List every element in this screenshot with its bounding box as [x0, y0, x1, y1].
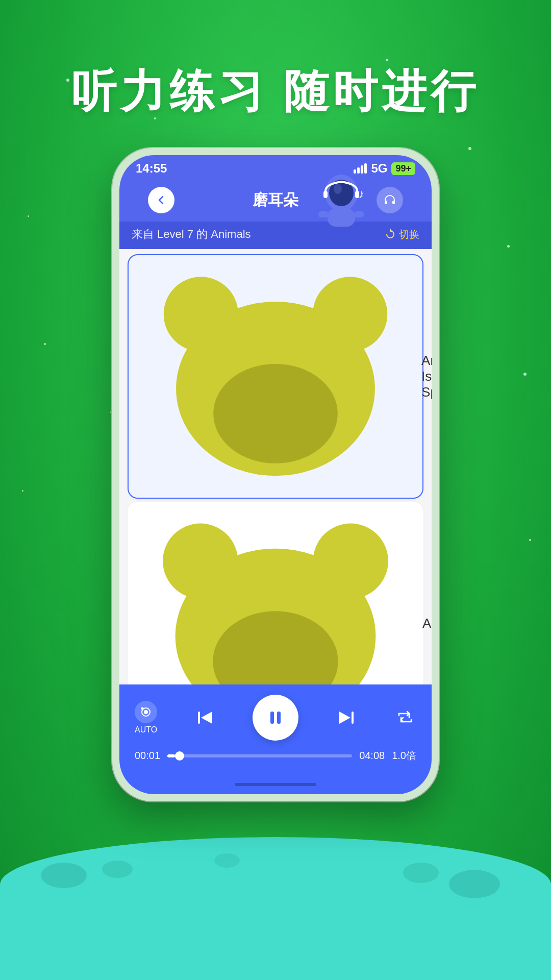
player-controls: AUTO: [135, 695, 416, 741]
prev-button[interactable]: [191, 704, 219, 731]
next-button[interactable]: [333, 704, 360, 731]
svg-rect-50: [277, 712, 281, 724]
svg-point-46: [141, 707, 144, 710]
back-button[interactable]: [148, 187, 174, 213]
planet-decoration: [0, 817, 551, 980]
svg-rect-9: [355, 191, 359, 198]
auto-label: AUTO: [135, 725, 157, 734]
battery-badge: 99+: [391, 162, 415, 175]
astronaut-decoration: [313, 166, 374, 238]
svg-rect-7: [354, 211, 364, 217]
svg-marker-52: [339, 712, 350, 724]
svg-marker-48: [201, 712, 212, 724]
subtitle-text: 来自 Level 7 的 Animals: [132, 227, 251, 242]
phone-header: 14:55 5G 99+: [119, 155, 432, 222]
track-list: Amazing Island Species Amph: [119, 249, 432, 684]
svg-rect-51: [352, 712, 354, 724]
svg-rect-8: [323, 191, 328, 198]
subtitle-bar: 来自 Level 7 的 Animals 切换: [119, 222, 432, 249]
track-item[interactable]: Amazing Island Species: [128, 254, 423, 499]
svg-point-13: [213, 364, 338, 463]
svg-point-45: [144, 710, 148, 714]
pause-button[interactable]: [253, 695, 298, 741]
svg-rect-5: [328, 208, 355, 227]
progress-thumb[interactable]: [175, 751, 184, 761]
auto-icon: [135, 701, 157, 723]
svg-rect-6: [318, 211, 329, 217]
speed-label[interactable]: 1.0倍: [392, 749, 416, 763]
home-bar: [235, 783, 316, 786]
repeat-button[interactable]: [394, 706, 416, 729]
svg-rect-49: [270, 712, 274, 724]
headphone-button[interactable]: [377, 187, 403, 213]
svg-rect-1: [392, 201, 395, 204]
progress-bar[interactable]: [167, 754, 352, 757]
headline: 听力练习 随时进行: [0, 61, 551, 122]
bear-icon: [138, 511, 413, 684]
switch-label: 切换: [399, 228, 419, 241]
phone-mockup: 14:55 5G 99+: [112, 148, 439, 801]
time-total: 04:08: [359, 750, 385, 762]
svg-point-4: [334, 184, 342, 194]
progress-area: 00:01 04:08 1.0倍: [135, 749, 416, 763]
svg-rect-0: [385, 201, 387, 204]
switch-button[interactable]: 切换: [385, 228, 419, 241]
track-item[interactable]: Amphibians: [128, 502, 423, 684]
svg-rect-47: [198, 712, 200, 724]
track-name: Amphibians: [422, 616, 432, 631]
app-nav: 磨耳朵 ♪: [136, 182, 415, 222]
time-current: 00:01: [135, 750, 160, 762]
auto-button[interactable]: AUTO: [135, 701, 157, 734]
progress-fill: [167, 754, 174, 757]
track-name: Amazing Island Species: [421, 353, 432, 400]
status-time: 14:55: [136, 161, 167, 176]
bear-icon: [139, 264, 412, 488]
player-area: AUTO: [119, 684, 432, 778]
home-indicator-area: [119, 778, 432, 794]
